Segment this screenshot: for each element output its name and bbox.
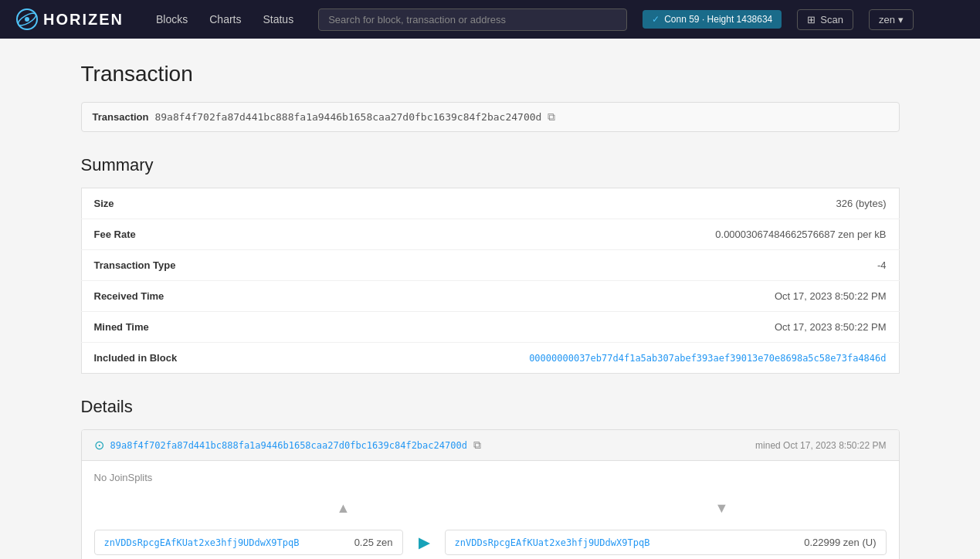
brand-logo: HORIZEN	[15, 8, 124, 31]
tx-id-box: Transaction 89a8f4f702fa87d441bc888fa1a9…	[81, 102, 900, 132]
details-card: ⊙ 89a8f4f702fa87d441bc888fa1a9446b1658ca…	[81, 429, 900, 559]
details-header: ⊙ 89a8f4f702fa87d441bc888fa1a9446b1658ca…	[82, 430, 899, 461]
block-hash-link[interactable]: 00000000037eb77d4f1a5ab307abef393aef3901…	[529, 353, 886, 364]
input-amount: 0.25 zen	[354, 537, 393, 548]
summary-value-feerate: 0.00003067484662576687 zen per kB	[236, 219, 899, 250]
svg-point-2	[25, 17, 29, 22]
zen-label: zen	[879, 14, 895, 25]
summary-label-txtype: Transaction Type	[81, 250, 236, 281]
arrows-row: ▲ ▼	[82, 494, 899, 522]
scan-button[interactable]: ⊞ Scan	[797, 9, 853, 30]
details-copy-icon[interactable]: ⧉	[473, 439, 481, 452]
details-tx-hash[interactable]: 89a8f4f702fa87d441bc888fa1a9446b1658caa2…	[110, 440, 467, 451]
input-address-box: znVDDsRpcgEAfKUat2xe3hfj9UDdwX9TpqB 0.25…	[94, 530, 403, 555]
details-title: Details	[81, 397, 900, 417]
nav-status[interactable]: Status	[253, 8, 303, 30]
no-joins-label: No JoinSplits	[82, 461, 899, 494]
transaction-icon: ⊙	[94, 438, 104, 452]
scan-icon: ⊞	[807, 14, 816, 25]
summary-label-feerate: Fee Rate	[81, 219, 236, 250]
summary-title: Summary	[81, 155, 900, 175]
tx-id-label: Transaction	[93, 111, 149, 123]
summary-row-size: Size 326 (bytes)	[81, 188, 899, 219]
summary-label-received: Received Time	[81, 281, 236, 312]
summary-value-block: 00000000037eb77d4f1a5ab307abef393aef3901…	[236, 343, 899, 374]
summary-row-feerate: Fee Rate 0.00003067484662576687 zen per …	[81, 219, 899, 250]
nav-links: Blocks Charts Status	[147, 8, 303, 30]
summary-value-received: Oct 17, 2023 8:50:22 PM	[236, 281, 899, 312]
transfer-arrow-icon: ▶	[412, 534, 436, 551]
summary-row-txtype: Transaction Type -4	[81, 250, 899, 281]
collapse-input-icon[interactable]: ▲	[337, 500, 351, 517]
output-amount: 0.22999 zen (U)	[804, 537, 876, 548]
chevron-down-icon: ▾	[898, 14, 904, 25]
navbar: HORIZEN Blocks Charts Status ✓ Conn 59 ·…	[0, 0, 980, 39]
nav-blocks[interactable]: Blocks	[147, 8, 197, 30]
summary-row-received: Received Time Oct 17, 2023 8:50:22 PM	[81, 281, 899, 312]
output-address[interactable]: znVDDsRpcgEAfKUat2xe3hfj9UDdwX9TpqB	[455, 537, 650, 548]
summary-table: Size 326 (bytes) Fee Rate 0.000030674846…	[81, 188, 900, 374]
summary-label-block: Included in Block	[81, 343, 236, 374]
check-icon: ✓	[652, 14, 660, 25]
summary-row-mined: Mined Time Oct 17, 2023 8:50:22 PM	[81, 312, 899, 343]
summary-value-txtype: -4	[236, 250, 899, 281]
zen-dropdown-button[interactable]: zen ▾	[869, 9, 914, 30]
collapse-output-icon[interactable]: ▼	[715, 500, 729, 517]
summary-label-size: Size	[81, 188, 236, 219]
main-content: Transaction Transaction 89a8f4f702fa87d4…	[66, 39, 915, 559]
input-address[interactable]: znVDDsRpcgEAfKUat2xe3hfj9UDdwX9TpqB	[104, 537, 300, 548]
conn-label: Conn 59 · Height 1438634	[664, 14, 772, 25]
summary-value-size: 326 (bytes)	[236, 188, 899, 219]
scan-label: Scan	[820, 14, 843, 25]
brand-name: HORIZEN	[43, 11, 124, 29]
summary-value-mined: Oct 17, 2023 8:50:22 PM	[236, 312, 899, 343]
horizen-logo-icon	[15, 8, 39, 31]
summary-label-mined: Mined Time	[81, 312, 236, 343]
copy-icon[interactable]: ⧉	[548, 110, 555, 124]
nav-charts[interactable]: Charts	[200, 8, 250, 30]
conn-status: ✓ Conn 59 · Height 1438634	[643, 10, 782, 29]
tx-id-hash: 89a8f4f702fa87d441bc888fa1a9446b1658caa2…	[154, 111, 541, 123]
summary-row-block: Included in Block 00000000037eb77d4f1a5a…	[81, 343, 899, 374]
output-address-box: znVDDsRpcgEAfKUat2xe3hfj9UDdwX9TpqB 0.22…	[445, 530, 887, 555]
details-mined-time: mined Oct 17, 2023 8:50:22 PM	[755, 440, 886, 451]
search-input[interactable]	[318, 8, 627, 31]
tx-transfer-row: znVDDsRpcgEAfKUat2xe3hfj9UDdwX9TpqB 0.25…	[82, 522, 899, 559]
details-header-left: ⊙ 89a8f4f702fa87d441bc888fa1a9446b1658ca…	[94, 438, 481, 452]
page-title: Transaction	[81, 62, 900, 86]
